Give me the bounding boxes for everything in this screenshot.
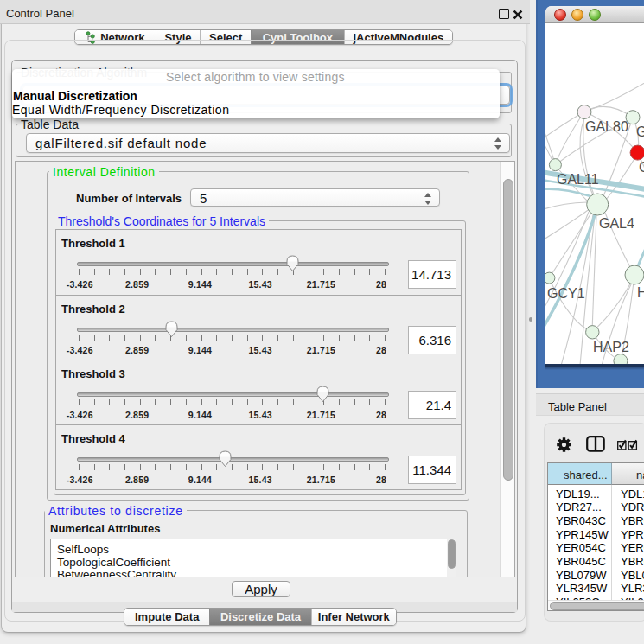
svg-text:GAL11: GAL11 — [557, 172, 599, 187]
svg-text:GCY1: GCY1 — [547, 286, 585, 301]
svg-text:CD: CD — [639, 160, 644, 175]
svg-text:HIS4: HIS4 — [637, 285, 644, 300]
svg-text:HAP2: HAP2 — [593, 340, 629, 354]
svg-text:GAL4: GAL4 — [599, 216, 634, 231]
svg-text:GAL1: GAL1 — [636, 124, 644, 139]
svg-text:GAL80: GAL80 — [585, 119, 628, 134]
